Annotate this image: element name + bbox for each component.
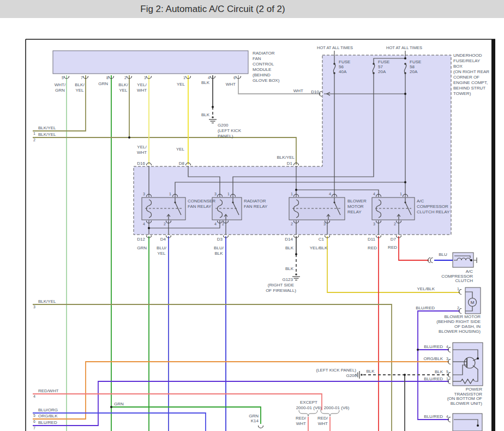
relay-switch-pivot <box>404 201 406 203</box>
diagram-label: 5 <box>33 414 35 417</box>
fuse-dot <box>404 72 406 74</box>
diagram-label: D8 <box>179 161 185 166</box>
junction-dot <box>417 349 419 351</box>
wire-blk-yel-line2 <box>33 137 296 165</box>
diagram-label: D1 <box>287 161 293 166</box>
diagram-label: 1 <box>227 192 230 196</box>
diagram-label: D7 <box>391 237 397 242</box>
diagram-label: 4 <box>208 76 210 80</box>
fuse-dot <box>373 63 375 65</box>
diagram-label: 6 <box>233 76 236 80</box>
relay-switch-pivot <box>174 201 176 203</box>
diagram-label: 6 <box>33 420 35 423</box>
diagram-label: 2 <box>164 222 166 226</box>
wire-grn-k14-branch <box>111 407 261 424</box>
diagram-label: HOT AT ALL TIMES <box>386 45 422 50</box>
fuse-dot <box>333 72 335 74</box>
diagram-label: WHT <box>293 88 303 93</box>
junction-dot <box>404 374 406 376</box>
diagram-label: POWERTRANSISTOR(ON BOTTOM OFBLOWER UNIT) <box>447 387 483 406</box>
diagram-label: A/CCOMPRESSORCLUTCH <box>441 269 473 283</box>
junction-dot <box>477 424 479 427</box>
diagram-label: 4 <box>33 394 35 398</box>
diagram-label: C1 <box>319 237 325 242</box>
diagram-label: BLK <box>285 266 294 271</box>
diagram-label: BLK <box>201 112 210 117</box>
diagram-label: 2 <box>291 222 293 226</box>
diagram-label: 3 <box>214 192 217 196</box>
diagram-label: BLU/YEL <box>157 246 167 256</box>
diagram-label: YEL/WHT <box>137 82 147 93</box>
fuse-dot <box>373 72 375 74</box>
wire-blu-red-line7 <box>33 381 449 426</box>
diagram-label: 2000-01 (V6) <box>324 405 350 410</box>
diagram-label: BLK <box>285 246 294 250</box>
diagram-label: RED/WHT <box>317 416 328 426</box>
diagram-label: BLU/RED <box>424 414 443 419</box>
diagram-label: D14 <box>285 237 293 242</box>
diagram-label: HOT AT ALL TIMES <box>317 45 353 50</box>
ground-dot <box>361 374 363 376</box>
relay-switch-pivot <box>232 201 233 203</box>
frame-right-bar <box>491 39 495 431</box>
diagram-label: 3 <box>144 76 146 80</box>
diagram-label: 4 <box>446 345 448 349</box>
diagram-label: 7 <box>81 76 83 80</box>
diagram-label: GRN <box>98 81 108 86</box>
diagram-label: D16 <box>137 161 145 166</box>
diagram-label: 7 <box>33 426 35 430</box>
junction-dot <box>404 93 406 95</box>
diagram-label: BLK/YEL <box>277 155 295 160</box>
diagram-label: YEL/WHT <box>137 145 147 155</box>
diagram-label: YEL/BLK <box>310 246 328 250</box>
wire-blu-org-line5 <box>33 413 206 431</box>
diagram-label: 1 <box>169 192 171 196</box>
diagram-label: BLU/RED <box>38 420 57 425</box>
diagram-label: G200 <box>346 373 357 378</box>
diagram-label: BLK/YEL <box>118 82 128 93</box>
diagram-label: RED/WHT <box>38 388 58 393</box>
diagram-label: GRN <box>114 402 124 406</box>
connector-arc <box>259 426 263 428</box>
diagram-label: 1 <box>446 377 448 381</box>
connector-arc <box>459 290 462 295</box>
wire-org-blk-line6 <box>33 362 449 419</box>
diagram-label: 5 <box>62 76 64 80</box>
diagram-label: 2 <box>394 222 396 226</box>
diagram-label: 4 <box>214 222 217 226</box>
diagram-label: BLU/RED <box>416 306 435 310</box>
ground-symbol <box>356 371 363 379</box>
diagram-label: BLK/YEL <box>38 299 56 304</box>
ground-dot <box>212 116 214 118</box>
diagram-label: YEL <box>177 82 185 87</box>
junction-dot <box>295 189 297 191</box>
diagram-label: RED <box>388 245 397 250</box>
diagram-label: BLU/ORG <box>38 408 58 412</box>
diagram-label: 3 <box>323 222 326 226</box>
junction-dot <box>128 136 130 139</box>
diagram-label: 1 <box>33 131 35 135</box>
diagram-label: BLK/YEL <box>38 132 56 137</box>
junction-dot <box>148 227 150 229</box>
diagram-label: 4 <box>329 192 331 196</box>
diagram-label: YEL <box>176 147 185 152</box>
ground-symbol <box>209 116 217 123</box>
condenser-fan-relay <box>142 197 185 220</box>
fuse-dot <box>333 63 335 65</box>
diagram-label: UNDERHOODFUSE/RELAYBOX(ON RIGHT REARCORN… <box>453 53 489 96</box>
ground-dot <box>295 273 297 276</box>
radiator-fan-control-module <box>53 51 248 74</box>
wiring-diagram: RADIATORFANCONTROLMODULE(BEHINDGLOVE BOX… <box>0 0 504 431</box>
diagram-label: D10 <box>311 89 319 94</box>
diagram-label: BLOWER MOTOR(BEHIND RIGHT SIDEOF DASH, I… <box>436 314 481 334</box>
diagram-label: 3 <box>446 357 448 361</box>
diagram-label: 1 <box>400 192 402 196</box>
junction-dot <box>404 181 406 183</box>
diagram-label: 2 <box>222 222 224 226</box>
diagram-label: BLU/RED <box>424 376 443 381</box>
diagram-label: 3 <box>143 192 145 196</box>
diagram-label: G123 <box>282 277 293 282</box>
diagram-label: 4 <box>143 222 145 226</box>
diagram-label: (RIGHT SIDEOF FIREWALL) <box>266 283 296 293</box>
junction-dot <box>295 253 297 255</box>
